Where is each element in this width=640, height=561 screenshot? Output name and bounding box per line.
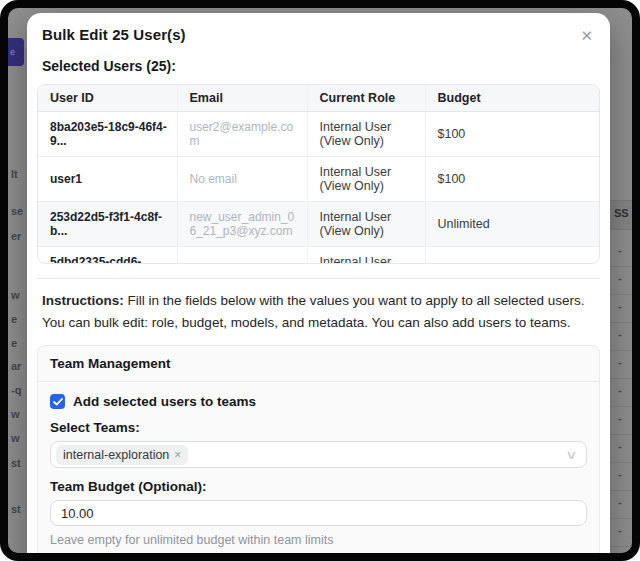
chevron-down-icon[interactable]: ∨ [565, 448, 577, 462]
background-table-cell-dash: - [618, 468, 622, 480]
checkmark-icon [53, 398, 63, 406]
table-row: 5dbd2335-cdd6-47ca-b...interInternal Use… [38, 247, 599, 265]
background-row-separator [608, 266, 632, 267]
column-header: User ID [38, 85, 177, 112]
background-table-cell-dash: - [618, 546, 622, 553]
background-row-separator [608, 518, 632, 519]
background-row-separator [608, 462, 632, 463]
selected-team-tag: internal-exploration × [56, 445, 188, 465]
current-role-cell: Internal User (View Only) [307, 112, 425, 157]
table-header-row: User IDEmailCurrent RoleBudget [38, 85, 599, 112]
background-table-cell-dash: - [618, 272, 622, 284]
background-row-separator [608, 350, 632, 351]
selected-team-tag-label: internal-exploration [63, 448, 169, 462]
budget-cell: $100 [425, 157, 599, 202]
background-row-separator [608, 406, 632, 407]
bulk-edit-modal: Bulk Edit 25 User(s) ✕ Selected Users (2… [27, 13, 610, 553]
background-table-cell-dash: - [618, 328, 622, 340]
background-table-header-text: SS [614, 207, 629, 219]
column-header: Current Role [307, 85, 425, 112]
instructions-text: Instructions: Fill in the fields below w… [42, 290, 595, 334]
users-table-body: 8ba203e5-18c9-46f4-9...user2@example.com… [38, 112, 599, 265]
instructions-body: Fill in the fields below with the values… [42, 293, 585, 330]
background-text-fragment: ar [11, 360, 21, 372]
email-cell: No email [177, 157, 307, 202]
team-management-section: Team Management Add selected users to te… [37, 345, 600, 553]
user-id-cell: 253d22d5-f3f1-4c8f-b... [38, 202, 177, 247]
table-row: user1No emailInternal User (View Only)$1… [38, 157, 599, 202]
background-table-cell-dash: - [618, 496, 622, 508]
background-text-fragment: w [11, 289, 20, 301]
background-text-fragment: e [11, 337, 17, 349]
current-role-cell: Internal User (View Only) [307, 202, 425, 247]
app-screen: e ltseerweear-qwwstst SS ------------ Bu… [8, 8, 632, 553]
modal-title: Bulk Edit 25 User(s) [42, 26, 186, 43]
user-id-cell: 8ba203e5-18c9-46f4-9... [38, 112, 177, 157]
background-row-separator [608, 378, 632, 379]
current-role-cell: Internal User (View Only) [307, 247, 425, 265]
close-icon[interactable]: ✕ [574, 26, 599, 45]
user-id-cell: 5dbd2335-cdd6-47ca-b... [38, 247, 177, 265]
add-users-to-teams-checkbox[interactable] [50, 394, 65, 409]
background-row-separator [608, 434, 632, 435]
background-table-cell-dash: - [618, 412, 622, 424]
email-cell: new_user_admin_06_21_p3@xyz.com [177, 202, 307, 247]
instructions-label: Instructions: [42, 293, 124, 308]
section-divider [37, 278, 600, 279]
budget-cell: Unlimited [425, 247, 599, 265]
teams-multiselect[interactable]: internal-exploration × ∨ [50, 441, 587, 468]
background-text-fragment: st [11, 503, 21, 515]
budget-cell: Unlimited [425, 202, 599, 247]
team-budget-label: Team Budget (Optional): [50, 479, 587, 494]
background-row-separator [608, 322, 632, 323]
background-table-cell-dash: - [618, 356, 622, 368]
column-header: Email [177, 85, 307, 112]
team-budget-input[interactable] [50, 500, 587, 526]
add-users-to-teams-label: Add selected users to teams [73, 394, 256, 409]
background-text-fragment: -q [11, 384, 21, 396]
selected-users-heading: Selected Users (25): [42, 58, 601, 74]
background-text-fragment: w [11, 432, 20, 444]
background-table-cell-dash: - [618, 244, 622, 256]
background-table-cell-dash: - [618, 524, 622, 536]
email-cell: inter [177, 247, 307, 265]
remove-team-tag-icon[interactable]: × [174, 448, 181, 462]
team-management-title: Team Management [38, 346, 599, 382]
background-blue-button-fragment: e [8, 38, 24, 66]
user-id-cell: user1 [38, 157, 177, 202]
background-row-separator [608, 490, 632, 491]
table-row: 253d22d5-f3f1-4c8f-b...new_user_admin_06… [38, 202, 599, 247]
background-text-fragment: er [11, 230, 21, 242]
background-table-cell-dash: - [618, 384, 622, 396]
selected-users-table: User IDEmailCurrent RoleBudget 8ba203e5-… [38, 85, 599, 264]
current-role-cell: Internal User (View Only) [307, 157, 425, 202]
background-text-fragment: st [11, 457, 21, 469]
background-text-fragment: w [11, 408, 20, 420]
screenshot-frame: e ltseerweear-qwwstst SS ------------ Bu… [0, 0, 640, 561]
background-table-cell-dash: - [618, 440, 622, 452]
background-text-fragment: se [11, 205, 23, 217]
table-row: 8ba203e5-18c9-46f4-9...user2@example.com… [38, 112, 599, 157]
select-teams-label: Select Teams: [50, 420, 587, 435]
background-text-fragment: lt [11, 168, 18, 180]
background-row-separator [608, 294, 632, 295]
background-text-fragment: e [11, 313, 17, 325]
email-cell: user2@example.com [177, 112, 307, 157]
column-header: Budget [425, 85, 599, 112]
budget-cell: $100 [425, 112, 599, 157]
background-table-cell-dash: - [618, 300, 622, 312]
selected-users-table-container[interactable]: User IDEmailCurrent RoleBudget 8ba203e5-… [37, 84, 600, 264]
budget-helper-text: Leave empty for unlimited budget within … [50, 533, 587, 547]
